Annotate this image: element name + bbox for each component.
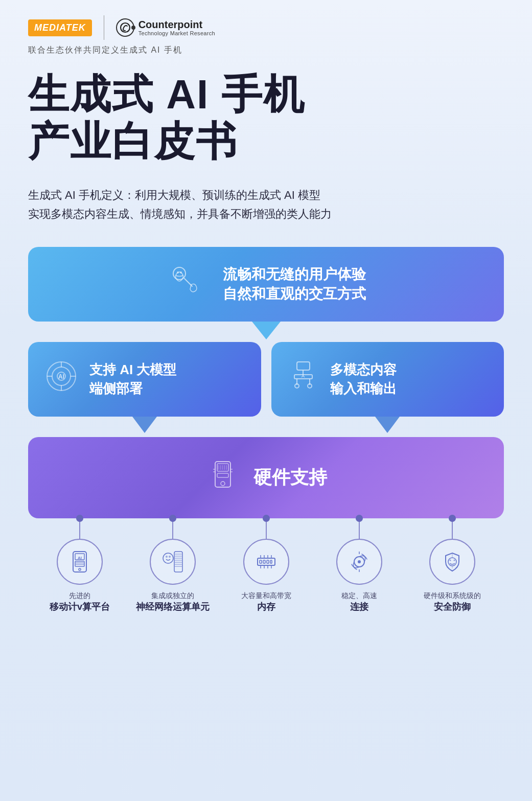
- sub-label-3: 大容量和高带宽: [241, 591, 291, 601]
- divider: [104, 15, 104, 40]
- svg-rect-28: [217, 473, 228, 477]
- svg-rect-53: [260, 560, 262, 563]
- counterpoint-icon: [116, 18, 134, 37]
- svg-point-40: [79, 568, 81, 570]
- main-title-line2: 产业白皮书: [28, 118, 504, 165]
- ux-box: 流畅和无缝的用户体验 自然和直观的交互方式: [28, 247, 504, 322]
- svg-rect-41: [174, 552, 182, 572]
- left-mid-text: 支持 AI 大模型 端侧部署: [89, 360, 176, 398]
- ux-line1: 流畅和无缝的用户体验: [223, 265, 366, 284]
- bottom-item-2: 集成或独立的 神经网络运算单元: [126, 539, 219, 614]
- label-2: 集成或独立的 神经网络运算单元: [136, 591, 210, 614]
- dot-5: [449, 515, 456, 522]
- svg-rect-56: [270, 560, 272, 563]
- main-label-4: 连接: [341, 601, 377, 613]
- svg-point-49: [163, 553, 173, 563]
- bottom-item-1: AI 先进的 移动计v算平台: [33, 539, 126, 614]
- icon-connectivity: [336, 539, 382, 585]
- ai-model-icon: AI: [43, 358, 79, 400]
- label-4: 稳定、高速 连接: [341, 591, 377, 614]
- main-label-5: 安全防御: [424, 601, 481, 613]
- svg-rect-13: [297, 362, 310, 370]
- label-1: 先进的 移动计v算平台: [50, 591, 110, 614]
- counterpoint-name: Counterpoint: [138, 19, 215, 30]
- hardware-box: 硬件支持: [28, 437, 504, 518]
- bottom-item-4: 稳定、高速 连接: [313, 539, 406, 614]
- bottom-row: AI 先进的 移动计v算平台: [28, 539, 504, 614]
- counterpoint-logo: Counterpoint Technology Market Research: [116, 18, 215, 37]
- main-label-3: 内存: [241, 601, 291, 613]
- header: MEDIATEK Counterpoint Technology Market …: [28, 15, 504, 40]
- sub-label-1: 先进的: [50, 591, 110, 601]
- middle-row: AI 支持 AI 大模型 端侧部署: [28, 342, 504, 417]
- ux-text: 流畅和无缝的用户体验 自然和直观的交互方式: [223, 265, 366, 304]
- arrow-right-shape: [375, 417, 400, 433]
- label-3: 大容量和高带宽 内存: [241, 591, 291, 614]
- svg-rect-54: [263, 560, 265, 563]
- right-mid-line1: 多模态内容: [330, 360, 397, 379]
- svg-point-4: [180, 271, 182, 273]
- svg-rect-55: [267, 560, 269, 563]
- sub-label-2: 集成或独立的: [136, 591, 210, 601]
- description: 生成式 AI 手机定义：利用大规模、预训练的生成式 AI 模型 实现多模态内容生…: [28, 186, 504, 224]
- page-wrapper: MEDIATEK Counterpoint Technology Market …: [0, 0, 532, 801]
- hardware-icon: [205, 456, 241, 499]
- icon-mobile-platform: AI: [57, 539, 103, 585]
- icon-security: [429, 539, 475, 585]
- svg-point-1: [173, 267, 186, 280]
- left-mid-line1: 支持 AI 大模型: [89, 360, 176, 379]
- svg-rect-22: [217, 464, 228, 471]
- right-mid-text: 多模态内容 输入和输出: [330, 360, 397, 398]
- dot-4: [356, 515, 363, 522]
- counterpoint-sub: Technology Market Research: [138, 30, 215, 36]
- main-title: 生成式 AI 手机 产业白皮书: [28, 71, 504, 165]
- bottom-item-5: 硬件级和系统级的 安全防御: [406, 539, 499, 614]
- icon-npu: [150, 539, 196, 585]
- svg-point-51: [169, 556, 171, 558]
- dot-2: [169, 515, 176, 522]
- arrows-mid-down: [28, 417, 504, 437]
- svg-point-3: [177, 271, 179, 273]
- arrow-right-down: [271, 417, 504, 437]
- svg-text:AI: AI: [78, 556, 82, 560]
- desc-line1: 生成式 AI 手机定义：利用大规模、预训练的生成式 AI 模型: [28, 186, 504, 204]
- svg-text:AI: AI: [58, 373, 64, 380]
- dot-3: [263, 515, 270, 522]
- desc-line2: 实现多模态内容生成、情境感知，并具备不断增强的类人能力: [28, 204, 504, 223]
- right-mid-line2: 输入和输出: [330, 379, 397, 398]
- label-5: 硬件级和系统级的 安全防御: [424, 591, 481, 614]
- arrow-left-down: [28, 417, 261, 437]
- dot-1: [76, 515, 83, 522]
- handshake-icon: [167, 263, 207, 305]
- left-mid-box: AI 支持 AI 大模型 端侧部署: [28, 342, 261, 417]
- arrow-shape: [252, 322, 281, 339]
- left-mid-line2: 端侧部署: [89, 379, 176, 398]
- main-label-1: 移动计v算平台: [50, 601, 110, 613]
- multimodal-icon: [287, 359, 320, 399]
- mediatek-logo: MEDIATEK: [28, 19, 92, 36]
- arrow-ux-down: [28, 322, 504, 342]
- bottom-item-3: 大容量和高带宽 内存: [219, 539, 312, 614]
- hardware-label: 硬件支持: [253, 465, 327, 490]
- svg-rect-52: [258, 558, 275, 565]
- svg-point-70: [449, 559, 451, 561]
- ux-line2: 自然和直观的交互方式: [223, 284, 366, 304]
- right-mid-box: 多模态内容 输入和输出: [271, 342, 504, 417]
- main-title-line1: 生成式 AI 手机: [28, 71, 504, 118]
- svg-point-29: [221, 482, 225, 486]
- subtitle: 联合生态伙伴共同定义生成式 AI 手机: [28, 45, 504, 56]
- arrow-left-shape: [132, 417, 157, 433]
- icon-memory: [243, 539, 289, 585]
- sub-label-4: 稳定、高速: [341, 591, 377, 601]
- sub-label-5: 硬件级和系统级的: [424, 591, 481, 601]
- svg-rect-37: [75, 561, 84, 566]
- svg-point-66: [358, 560, 361, 563]
- counterpoint-text: Counterpoint Technology Market Research: [138, 19, 215, 36]
- svg-point-71: [453, 559, 455, 561]
- diagram: 流畅和无缝的用户体验 自然和直观的交互方式 AI: [28, 247, 504, 614]
- svg-point-50: [166, 556, 168, 558]
- main-label-2: 神经网络运算单元: [136, 601, 210, 613]
